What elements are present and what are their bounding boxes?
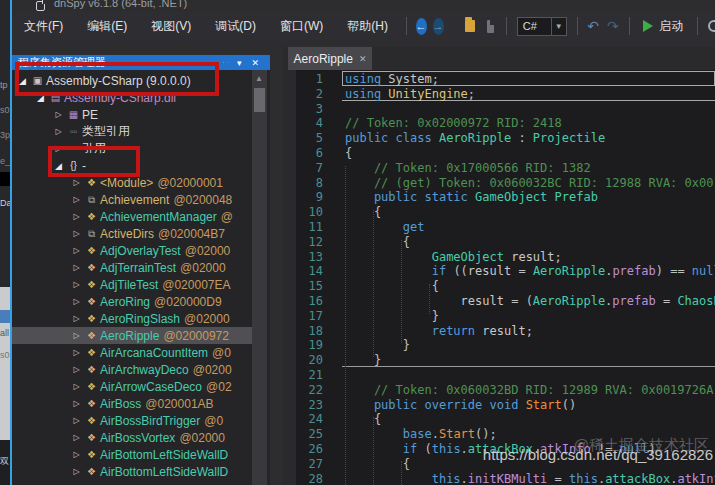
tree-item[interactable]: ▷❖AirBottomLeftSideWallD xyxy=(12,446,252,463)
tree-item[interactable]: ▷❖AeroRing@020000D9 xyxy=(12,293,252,310)
tree-item[interactable]: ▷❖AirBossVortex@02000 xyxy=(12,429,252,446)
tree-item-token: @020001AB xyxy=(145,397,213,411)
expand-icon[interactable]: ▷ xyxy=(70,348,83,357)
tree-item[interactable]: ▷❖AirArchwayDeco@0200 xyxy=(12,361,252,378)
expand-icon[interactable]: ▷ xyxy=(70,331,83,340)
tree-item[interactable]: ▷❖AeroRingSlash@02000 xyxy=(12,310,252,327)
typeref-icon: ▫▫ xyxy=(65,126,82,137)
search-icon[interactable] xyxy=(708,20,715,32)
code-line[interactable]: { xyxy=(345,205,715,220)
code-line[interactable]: // Token: 0x02000972 RID: 2418 xyxy=(345,116,715,131)
tree-item[interactable]: ▷▦PE xyxy=(12,106,252,123)
expand-icon[interactable]: ▷ xyxy=(70,433,83,442)
scrollbar-thumb[interactable] xyxy=(254,88,265,112)
code-line[interactable]: } xyxy=(345,353,715,368)
menu-item[interactable]: 窗口(W) xyxy=(268,12,335,40)
tree-item[interactable]: ▷❖AirBoss@020001AB xyxy=(12,395,252,412)
code-line[interactable]: } xyxy=(345,309,715,324)
tree-item[interactable]: ▷❖AchievementManager@ xyxy=(12,208,252,225)
menu-item[interactable]: 文件(F) xyxy=(12,12,75,40)
undo-icon[interactable]: ↶ xyxy=(587,18,599,34)
chevron-down-icon[interactable]: ▾ xyxy=(232,58,247,68)
expand-icon[interactable]: ▷ xyxy=(70,229,83,238)
expand-icon[interactable]: ▷ xyxy=(70,365,83,374)
menu-item[interactable]: 调试(D) xyxy=(203,12,268,40)
expand-icon[interactable]: ▷ xyxy=(70,314,83,323)
code-line[interactable]: public static GameObject Prefab xyxy=(345,190,715,205)
code-token: AeroRipple xyxy=(533,264,605,278)
tree-item[interactable]: ▷❖AdjOverlayTest@02000 xyxy=(12,242,252,259)
redo-icon[interactable]: ↷ xyxy=(607,18,619,34)
code-line[interactable]: this.initKBMulti = this.attackBox.atkInf… xyxy=(345,472,715,485)
run-button-label[interactable]: 启动 xyxy=(659,18,683,35)
code-line[interactable]: get xyxy=(345,220,715,235)
code-line[interactable]: using System; xyxy=(345,72,715,87)
expand-icon[interactable]: ▷ xyxy=(70,178,83,187)
expand-icon[interactable]: ▷ xyxy=(70,195,83,204)
menu-item[interactable]: 帮助(H) xyxy=(335,12,400,40)
expand-icon[interactable]: ▷ xyxy=(70,212,83,221)
tree-item[interactable]: ▷❖AirArcanaCountItem@0 xyxy=(12,344,252,361)
back-icon[interactable]: ← xyxy=(416,18,427,35)
code-line[interactable]: { xyxy=(345,412,715,427)
tree-item[interactable]: ▷⧉Achievement@0200048 xyxy=(12,191,252,208)
code-line[interactable]: return result; xyxy=(345,324,715,339)
expand-icon[interactable]: ▷ xyxy=(70,246,83,255)
pe-icon: ▦ xyxy=(65,109,82,120)
expand-icon[interactable]: ▷ xyxy=(70,297,83,306)
code-line[interactable]: using UnityEngine; xyxy=(345,87,715,102)
expand-icon[interactable]: ▷ xyxy=(70,382,83,391)
start-icon[interactable] xyxy=(643,20,653,32)
expand-icon[interactable]: ▷ xyxy=(70,467,83,476)
toolbar-separator xyxy=(506,17,507,35)
open-folder-icon[interactable] xyxy=(465,20,474,32)
background-text-fragment: all xyxy=(0,328,9,338)
tree-item[interactable]: ▷⧉ActiveDirs@020004B7 xyxy=(12,225,252,242)
expand-icon[interactable]: ▷ xyxy=(52,127,65,136)
code-line[interactable]: if ((result = AeroRipple.prefab) == null… xyxy=(345,264,715,279)
save-all-icon[interactable] xyxy=(487,20,495,33)
expand-icon[interactable]: ▷ xyxy=(70,416,83,425)
code-line[interactable]: // (get) Token: 0x060032BC RID: 12988 RV… xyxy=(345,176,715,191)
code-line[interactable]: { xyxy=(345,146,715,161)
expand-icon[interactable]: ▷ xyxy=(52,110,65,119)
forward-icon[interactable]: → xyxy=(433,18,444,35)
chevron-down-icon[interactable]: ▼ xyxy=(551,18,566,35)
code-line[interactable]: GameObject result; xyxy=(345,250,715,265)
code-line[interactable]: { xyxy=(345,279,715,294)
code-line[interactable] xyxy=(345,368,715,383)
expand-icon[interactable]: ▷ xyxy=(70,280,83,289)
code-token: UnityEngine xyxy=(381,87,468,101)
menu-item[interactable]: 编辑(E) xyxy=(75,12,139,40)
tree-item[interactable]: ▷❖AdjTerrainTest@02000 xyxy=(12,259,252,276)
tree-item[interactable]: ▷❖AirBossBirdTrigger@0 xyxy=(12,412,252,429)
tree-item[interactable]: ▷❖AirBottomLeftSideWallD xyxy=(12,463,252,480)
close-icon[interactable]: ✕ xyxy=(359,54,367,64)
code-line[interactable]: } xyxy=(345,338,715,353)
code-token: return xyxy=(345,324,475,338)
code-line[interactable]: // Token: 0x060032BD RID: 12989 RVA: 0x0… xyxy=(345,383,715,398)
tree-item[interactable]: ▷▫▫类型引用 xyxy=(12,123,252,140)
code-line[interactable]: { xyxy=(345,235,715,250)
expand-icon[interactable]: ▷ xyxy=(70,399,83,408)
code-line[interactable]: // Token: 0x17000566 RID: 1382 xyxy=(345,161,715,176)
tree-item-label: Achievement xyxy=(100,193,169,207)
tab-aeroripple[interactable]: AeroRipple ✕ xyxy=(288,47,372,70)
code-line[interactable]: public class AeroRipple : Projectile xyxy=(345,131,715,146)
code-line[interactable] xyxy=(345,102,715,117)
tree-item-label: AirBossBirdTrigger xyxy=(100,414,200,428)
tree-item[interactable]: ▷❖AdjTileTest@020007EA xyxy=(12,276,252,293)
code-line[interactable]: public override void Start() xyxy=(345,398,715,413)
code-line[interactable]: result = (AeroRipple.prefab = ChaosBu xyxy=(345,294,715,309)
expand-icon[interactable]: ▷ xyxy=(70,263,83,272)
tree-item[interactable]: ▷❖AeroRipple@02000972 xyxy=(12,327,252,344)
tree-item[interactable]: ▷❖AirArrowCaseDeco@02 xyxy=(12,378,252,395)
menu-item[interactable]: 视图(V) xyxy=(139,12,203,40)
language-combobox[interactable]: C# ▼ xyxy=(517,17,567,36)
scroll-up-icon[interactable]: ▲ xyxy=(255,74,263,83)
code-editor[interactable]: 1234567891011121314151617181920212223242… xyxy=(283,70,715,485)
line-number: 21 xyxy=(283,368,323,383)
close-icon[interactable]: ✕ xyxy=(246,58,264,68)
expand-icon[interactable]: ▷ xyxy=(70,450,83,459)
tree-scrollbar[interactable]: ▲ xyxy=(252,70,267,485)
